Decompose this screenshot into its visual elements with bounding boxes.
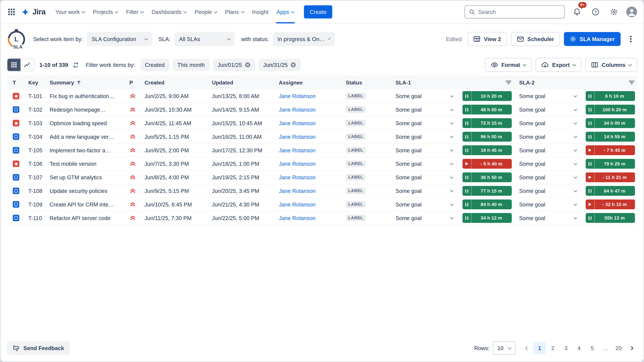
nav-item-projects[interactable]: Projects — [89, 0, 122, 23]
table-row[interactable]: T-102 Redesign homepage… Jun/3/25, 10:30… — [7, 103, 637, 117]
filter-funnel-icon[interactable] — [505, 79, 512, 86]
remove-filter-icon[interactable] — [290, 62, 296, 68]
pagination-page[interactable]: 5 — [586, 342, 598, 354]
chevron-down-icon[interactable] — [450, 216, 454, 219]
chevron-down-icon[interactable] — [574, 107, 577, 111]
chevron-down-icon[interactable] — [450, 148, 454, 151]
global-search[interactable] — [464, 5, 565, 18]
nav-item-label: Your work — [55, 9, 80, 15]
chevron-down-icon — [115, 9, 118, 13]
nav-item-your-work[interactable]: Your work — [51, 0, 89, 23]
refresh-button[interactable] — [72, 59, 80, 71]
chevron-down-icon[interactable] — [450, 134, 454, 138]
assignee-link[interactable]: Jane Rotanson — [279, 120, 316, 126]
columns-button[interactable]: Columns — [585, 58, 637, 72]
assignee-link[interactable]: Jane Rotanson — [279, 134, 316, 140]
assignee-link[interactable]: Jane Rotanson — [279, 201, 316, 207]
table-row[interactable]: T-107 Set up GTM analytics Jun/8/25, 4:0… — [7, 171, 637, 184]
create-button[interactable]: Create — [304, 5, 332, 18]
nav-item-insight[interactable]: Insight — [248, 0, 272, 23]
grid-view-button[interactable] — [8, 59, 20, 71]
header-summary[interactable]: Summary — [50, 79, 129, 86]
table-row[interactable]: T-109 Create API for CRM inte… Jun/10/25… — [7, 198, 637, 211]
assignee-link[interactable]: Jane Rotanson — [279, 147, 316, 153]
jira-home-link[interactable]: Jira — [20, 7, 46, 17]
table-row[interactable]: T-101 Fix bug in authentication… Jun/2/2… — [7, 89, 637, 103]
nav-item-apps[interactable]: Apps — [272, 0, 298, 23]
assignee-link[interactable]: Jane Rotanson — [279, 93, 316, 99]
chevron-down-icon[interactable] — [574, 161, 577, 165]
chevron-down-icon[interactable] — [574, 216, 577, 219]
nav-item-filter[interactable]: Filter — [122, 0, 148, 23]
filter-chip[interactable]: This month — [173, 59, 209, 71]
issue-summary: Implement two-factor a… — [50, 143, 129, 157]
format-button[interactable]: Format — [485, 58, 532, 72]
assignee-link[interactable]: Jane Rotanson — [279, 188, 316, 194]
assignee-link[interactable]: Jane Rotanson — [279, 107, 316, 113]
pagination-page[interactable]: 2 — [547, 342, 559, 354]
pagination-page[interactable]: 1 — [534, 342, 546, 354]
chevron-down-icon[interactable] — [574, 134, 577, 138]
nav-item-dashboards[interactable]: Dashboards — [148, 0, 190, 23]
updated-date: Jun/21/25, 4:30 PM — [212, 201, 279, 207]
jira-app-window: Jira Your work Projects Filter Dashboard… — [0, 0, 644, 362]
app-switcher-button[interactable] — [5, 6, 18, 18]
table-row[interactable]: T-106 Test mobile version Jun/7/25, 3:30… — [7, 157, 637, 171]
chevron-down-icon[interactable] — [450, 161, 454, 165]
settings-button[interactable] — [608, 6, 620, 18]
status-select[interactable]: In progress & On… — [273, 32, 334, 46]
issue-summary: Redesign homepage… — [50, 103, 129, 116]
chevron-down-icon[interactable] — [574, 121, 577, 124]
nav-item-people[interactable]: People — [190, 0, 221, 23]
table-row[interactable]: T-104 Add a new language ver… Jun/5/25, … — [7, 130, 637, 144]
search-input[interactable] — [478, 9, 560, 15]
filter-chip[interactable]: Created — [140, 59, 169, 71]
notifications-button[interactable]: 9+ — [571, 6, 583, 18]
sla-select[interactable]: All SLAs — [174, 32, 234, 46]
chevron-down-icon[interactable] — [450, 94, 454, 97]
view-button[interactable]: View 2 — [468, 32, 507, 46]
filter-chip[interactable]: Jun/01/25 — [213, 59, 255, 71]
nav-item-plans[interactable]: Plans — [221, 0, 248, 23]
chevron-down-icon[interactable] — [450, 107, 454, 111]
work-item-select[interactable]: SLA Configuration — [87, 32, 152, 46]
user-avatar[interactable] — [626, 6, 637, 17]
sla-manager-button[interactable]: SLA Manager — [564, 32, 620, 46]
scheduler-button[interactable]: Scheduler — [511, 32, 560, 46]
assignee-link[interactable]: Jane Rotanson — [279, 215, 316, 221]
sla-state-icon — [462, 159, 472, 169]
pagination-page[interactable]: 4 — [573, 342, 585, 354]
chevron-down-icon[interactable] — [450, 202, 454, 206]
chevron-down-icon[interactable] — [574, 202, 577, 206]
table-row[interactable]: T-103 Optimize loading speed Jun/4/25, 1… — [7, 117, 637, 130]
export-button[interactable]: Export — [536, 58, 581, 72]
more-actions-button[interactable] — [625, 32, 637, 46]
chevron-down-icon[interactable] — [450, 175, 454, 178]
pagination-page[interactable]: 3 — [560, 342, 572, 354]
remove-filter-icon[interactable] — [245, 62, 250, 68]
chevron-down-icon[interactable] — [574, 94, 577, 97]
issue-type-icon — [13, 93, 19, 99]
table-row[interactable]: T-105 Implement two-factor a… Jun/6/25, … — [7, 144, 637, 157]
priority-highest-icon — [129, 106, 136, 113]
table-row[interactable]: T-108 Update security policies Jun/9/25,… — [7, 184, 637, 198]
assignee-link[interactable]: Jane Rotanson — [279, 174, 316, 180]
chevron-down-icon[interactable] — [574, 175, 577, 178]
filter-funnel-icon[interactable] — [628, 79, 635, 86]
chevron-down-icon[interactable] — [574, 189, 577, 192]
assignee-link[interactable]: Jane Rotanson — [279, 161, 316, 167]
priority-highest-icon — [129, 147, 136, 153]
filter-chip[interactable]: Jun/31/25 — [259, 59, 301, 71]
chevron-down-icon[interactable] — [450, 121, 454, 124]
sla-state-icon — [586, 132, 595, 142]
help-button[interactable]: ? — [589, 6, 602, 18]
rows-per-page-select[interactable]: 10 — [493, 342, 516, 355]
chevron-down-icon[interactable] — [574, 148, 577, 151]
chevron-down-icon[interactable] — [450, 189, 454, 192]
chart-view-button[interactable] — [20, 59, 34, 71]
send-feedback-button[interactable]: Send Feedback — [7, 341, 70, 355]
table-row[interactable]: T-110 Refactor API server code Jun/11/25… — [7, 211, 637, 225]
pagination-page[interactable]: 20 — [612, 342, 624, 354]
next-page-button[interactable] — [626, 342, 637, 354]
sla2-goal: Some goal — [519, 215, 574, 221]
